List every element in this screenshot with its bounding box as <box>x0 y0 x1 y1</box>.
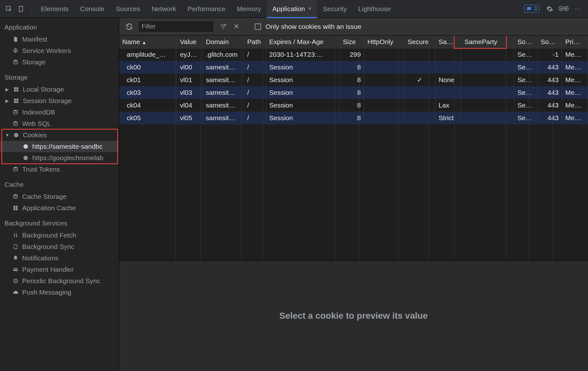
filter-input[interactable] <box>138 21 214 32</box>
cell: Session <box>266 61 340 74</box>
column-header-so-[interactable]: So… <box>537 36 562 48</box>
svg-point-27 <box>26 158 27 159</box>
column-header-sa-[interactable]: Sa… <box>435 36 461 48</box>
issues-badge[interactable]: 3 <box>524 5 539 13</box>
column-header-domain[interactable]: Domain <box>202 36 244 48</box>
cell: .glitch.com <box>202 48 244 61</box>
sidebar-item-cache-storage[interactable]: Cache Storage <box>0 191 119 202</box>
sidebar-group-application: Application <box>0 18 119 34</box>
column-header-so-[interactable]: So… <box>514 36 537 48</box>
cell: 443 <box>537 112 562 124</box>
sidebar-item-periodic-background-sync[interactable]: Periodic Background Sync <box>0 275 119 287</box>
table-row[interactable]: ck04vl04samesit…/Session8LaxSe…443Me… <box>119 99 588 112</box>
cell: None <box>435 74 461 86</box>
sidebar-item-web-sql[interactable]: Web SQL <box>0 118 119 129</box>
cell: Se… <box>514 61 537 74</box>
clear-all-icon[interactable]: ✕ <box>232 22 241 31</box>
tab-lighthouse[interactable]: Lighthouse <box>353 0 397 18</box>
tab-memory[interactable]: Memory <box>231 0 267 18</box>
sidebar-item-storage[interactable]: Storage <box>0 56 119 68</box>
tab-sources[interactable]: Sources <box>110 0 146 18</box>
table-row[interactable]: ck00vl00samesit…/Session8Se…443Me… <box>119 61 588 74</box>
sidebar-item-label: Web SQL <box>22 120 51 127</box>
column-divider <box>263 48 263 260</box>
tab-console[interactable]: Console <box>74 0 110 18</box>
table-row[interactable]: ck05vl05samesit…/Session8StrictSe…443Me… <box>119 112 588 124</box>
sidebar-item-label: Background Fetch <box>22 231 76 239</box>
column-header-pri-[interactable]: Pri… <box>562 36 588 48</box>
sidebar-item-label: https://googlechromelab <box>32 154 103 162</box>
tab-elements[interactable]: Elements <box>35 0 74 18</box>
column-header-path[interactable]: Path <box>244 36 266 48</box>
chevron-down-icon: ▼ <box>5 133 9 138</box>
sidebar-item-manifest[interactable]: Manifest <box>0 34 119 45</box>
table-row[interactable]: ck01vl01samesit…/Session8✓NoneSe…443Me… <box>119 74 588 86</box>
svg-point-21 <box>26 145 27 146</box>
card-icon <box>12 267 19 272</box>
sidebar-item-trust-tokens[interactable]: Trust Tokens <box>0 164 119 175</box>
sidebar-item-notifications[interactable]: Notifications <box>0 252 119 264</box>
sidebar-item-application-cache[interactable]: Application Cache <box>0 202 119 214</box>
settings-icon[interactable] <box>546 5 554 13</box>
sidebar-item-cookies[interactable]: ▼Cookies <box>0 129 119 141</box>
clear-filter-icon[interactable] <box>219 22 227 31</box>
sidebar-item-indexeddb[interactable]: IndexedDB <box>0 107 119 118</box>
sidebar-item-label: Background Sync <box>22 243 74 251</box>
more-icon[interactable]: ⋯ <box>573 5 582 13</box>
tab-security[interactable]: Security <box>317 0 353 18</box>
cookies-panel: ✕ Only show cookies with an issue Name▲V… <box>119 18 588 371</box>
cell: Strict <box>435 112 461 124</box>
cell: Se… <box>514 74 537 86</box>
sidebar-item-background-fetch[interactable]: Background Fetch <box>0 230 119 241</box>
svg-point-28 <box>25 158 25 159</box>
svg-point-20 <box>25 146 25 146</box>
column-header-name[interactable]: Name▲ <box>119 36 177 48</box>
column-header-size[interactable]: Size <box>340 36 364 48</box>
column-header-secure[interactable]: Secure <box>404 36 435 48</box>
svg-rect-6 <box>14 90 16 92</box>
sidebar-item-background-sync[interactable]: Background Sync <box>0 241 119 252</box>
column-header-expires-max-age[interactable]: Expires / Max-Age <box>266 36 340 48</box>
sidebar-item-label: IndexedDB <box>22 108 55 116</box>
doc-icon <box>12 36 19 42</box>
cell: Me… <box>562 112 588 124</box>
sidebar-item-label: Service Workers <box>22 47 71 55</box>
sidebar-item-push-messaging[interactable]: Push Messaging <box>0 287 119 298</box>
refresh-icon[interactable] <box>125 22 134 31</box>
sidebar-item-service-workers[interactable]: Service Workers <box>0 45 119 56</box>
table-row[interactable]: ck03vl03samesit…/Session8Se…443Me… <box>119 86 588 99</box>
sidebar-item-https-googlechromelab[interactable]: https://googlechromelab <box>0 152 119 164</box>
chevron-right-icon: ▶ <box>5 98 9 103</box>
svg-rect-34 <box>16 208 18 210</box>
column-header-httponly[interactable]: HttpOnly <box>364 36 404 48</box>
only-issues-checkbox[interactable] <box>255 23 261 30</box>
experiments-icon[interactable]: ⦾⦿ <box>559 5 568 13</box>
sidebar-item-payment-handler[interactable]: Payment Handler <box>0 264 119 275</box>
tab-application[interactable]: Application× <box>267 0 317 18</box>
sidebar-item-local-storage[interactable]: ▶Local Storage <box>0 84 119 95</box>
svg-point-12 <box>14 110 17 112</box>
sidebar-item-label: Cache Storage <box>22 193 67 200</box>
device-icon[interactable] <box>16 4 26 14</box>
close-icon[interactable]: × <box>308 5 311 12</box>
sidebar-group-background-services: Background Services <box>0 214 119 230</box>
cell: Session <box>266 99 340 112</box>
cookies-table: Name▲ValueDomainPathExpires / Max-AgeSiz… <box>119 36 588 261</box>
column-divider <box>553 48 553 260</box>
devtools-tabbar: ElementsConsoleSourcesNetworkPerformance… <box>0 0 588 18</box>
db-icon <box>12 194 19 199</box>
tab-performance[interactable]: Performance <box>182 0 231 18</box>
inspect-icon[interactable] <box>4 4 14 14</box>
cell: 299 <box>340 48 364 61</box>
table-row[interactable]: amplitude_…eyJ….glitch.com/2030-11-14T23… <box>119 48 588 61</box>
sidebar-item-https-samesite-sandbc[interactable]: https://samesite-sandbc <box>0 141 119 152</box>
sidebar-item-session-storage[interactable]: ▶Session Storage <box>0 95 119 107</box>
svg-rect-31 <box>13 206 15 208</box>
tab-network[interactable]: Network <box>146 0 182 18</box>
cell: 8 <box>340 74 364 86</box>
cell <box>435 61 461 74</box>
cell <box>404 86 435 99</box>
cell: Se… <box>514 112 537 124</box>
column-header-sameparty[interactable]: SameParty <box>461 36 514 48</box>
column-header-value[interactable]: Value <box>177 36 203 48</box>
